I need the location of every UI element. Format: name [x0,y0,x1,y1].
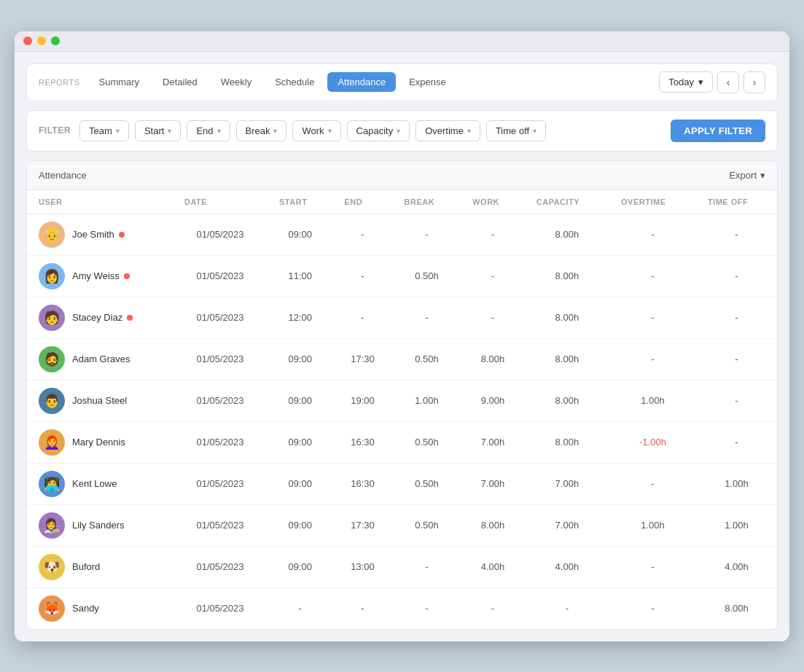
capacity-cell: - [525,587,609,629]
table-header-bar: Attendance Export ▾ [27,161,777,190]
chevron-down-icon: ▾ [116,127,120,135]
user-name-wrap: Stacey Diaz [72,312,133,323]
overtime-cell: - [609,255,696,297]
status-indicator [119,232,125,238]
end-cell: - [332,214,392,255]
avatar: 👴 [39,222,65,248]
close-icon[interactable] [23,36,32,45]
end-cell: - [332,587,392,629]
avatar: 👩‍🎨 [39,512,65,539]
overtime-cell: - [609,214,696,255]
date-cell: 01/05/2023 [173,587,268,629]
filter-break[interactable]: Break ▾ [236,120,287,141]
table-row: 🧑 Stacey Diaz 01/05/202312:00---8.00h-- [27,297,777,338]
prev-button[interactable]: ‹ [717,71,739,93]
export-button[interactable]: Export ▾ [729,170,765,181]
overtime-cell: - [609,546,696,587]
break-cell: 1.00h [393,380,461,421]
table-header-row: USER DATE START END BREAK WORK CAPACITY … [27,190,777,214]
filter-end-label: End [196,125,213,136]
table-row: 🐶 Buford 01/05/202309:0013:00-4.00h4.00h… [27,546,777,587]
overtime-cell: 1.00h [609,380,696,421]
table-row: 👩 Amy Weiss 01/05/202311:00-0.50h-8.00h-… [27,255,777,297]
filter-start[interactable]: Start ▾ [135,120,181,141]
overtime-cell: 1.00h [609,504,696,546]
user-cell: 👨 Joshua Steel [27,380,173,421]
main-content: REPORTS Summary Detailed Weekly Schedule… [15,52,789,641]
minimize-icon[interactable] [37,36,46,45]
today-button[interactable]: Today ▾ [659,71,713,93]
tab-expense[interactable]: Expense [399,72,456,92]
date-cell: 01/05/2023 [173,255,268,297]
col-start: START [268,190,332,214]
tab-schedule[interactable]: Schedule [265,72,324,92]
tab-detailed[interactable]: Detailed [152,72,208,92]
timeoff-cell: 4.00h [696,546,777,587]
user-cell: 🧑‍💻 Kent Lowe [27,463,173,504]
attendance-table: USER DATE START END BREAK WORK CAPACITY … [27,190,777,629]
col-capacity: CAPACITY [525,190,609,214]
work-cell: 8.00h [461,338,525,380]
user-cell: 🐶 Buford [27,546,173,587]
start-cell: 09:00 [268,421,332,463]
avatar: 🦊 [39,595,65,622]
date-cell: 01/05/2023 [173,463,268,504]
filter-overtime-label: Overtime [425,125,464,136]
filter-bar: FILTER Team ▾ Start ▾ End ▾ Break ▾ Work… [26,110,778,152]
user-name: Joe Smith [72,229,114,240]
apply-filter-button[interactable]: APPLY FILTER [671,120,765,142]
tab-weekly[interactable]: Weekly [211,72,262,92]
break-cell: - [393,546,461,587]
avatar: 👨 [39,388,65,414]
avatar: 🧔 [39,346,65,372]
user-name-wrap: Sandy [72,603,99,614]
user-name: Amy Weiss [72,270,120,281]
maximize-icon[interactable] [51,36,60,45]
avatar: 🧑‍💻 [39,471,65,497]
filter-work[interactable]: Work ▾ [292,120,340,141]
work-cell: - [461,587,525,629]
chevron-down-icon: ▾ [328,127,332,135]
work-cell: - [461,214,525,255]
timeoff-cell: 8.00h [696,587,777,629]
avatar: 👩 [39,263,65,289]
filter-overtime[interactable]: Overtime ▾ [415,120,480,141]
capacity-cell: 8.00h [525,421,609,463]
tab-attendance[interactable]: Attendance [327,72,396,92]
avatar: 🧑 [39,305,65,331]
chevron-down-icon: ▾ [168,127,171,135]
start-cell: 09:00 [268,338,332,380]
export-label: Export [729,170,757,181]
table-row: 🧔 Adam Graves 01/05/202309:0017:300.50h8… [27,338,777,380]
filter-timeoff[interactable]: Time off ▾ [486,120,546,141]
app-window: REPORTS Summary Detailed Weekly Schedule… [15,31,789,641]
today-label: Today [668,77,694,87]
break-cell: 0.50h [393,338,461,380]
filter-end[interactable]: End ▾ [187,120,230,141]
end-cell: 17:30 [332,504,392,546]
work-cell: 7.00h [461,421,525,463]
col-end: END [332,190,392,214]
end-cell: - [332,297,392,338]
table-row: 🧑‍💻 Kent Lowe 01/05/202309:0016:300.50h7… [27,463,777,504]
break-cell: - [393,587,461,629]
filter-capacity[interactable]: Capacity ▾ [347,120,410,141]
chevron-down-icon: ▾ [533,127,536,135]
filter-team[interactable]: Team ▾ [79,120,129,141]
overtime-cell: -1.00h [609,421,696,463]
break-cell: 0.50h [393,255,461,297]
date-cell: 01/05/2023 [173,380,268,421]
work-cell: - [461,297,525,338]
end-cell: 19:00 [332,380,392,421]
timeoff-cell: - [696,214,777,255]
next-button[interactable]: › [743,71,765,93]
break-cell: - [393,297,461,338]
filter-capacity-label: Capacity [356,125,394,136]
table-row: 👴 Joe Smith 01/05/202309:00---8.00h-- [27,214,777,255]
capacity-cell: 8.00h [525,214,609,255]
chevron-down-icon: ▾ [397,127,400,135]
tab-summary[interactable]: Summary [88,72,149,92]
status-indicator [124,273,130,279]
timeoff-cell: 1.00h [696,504,777,546]
overtime-cell: - [609,463,696,504]
